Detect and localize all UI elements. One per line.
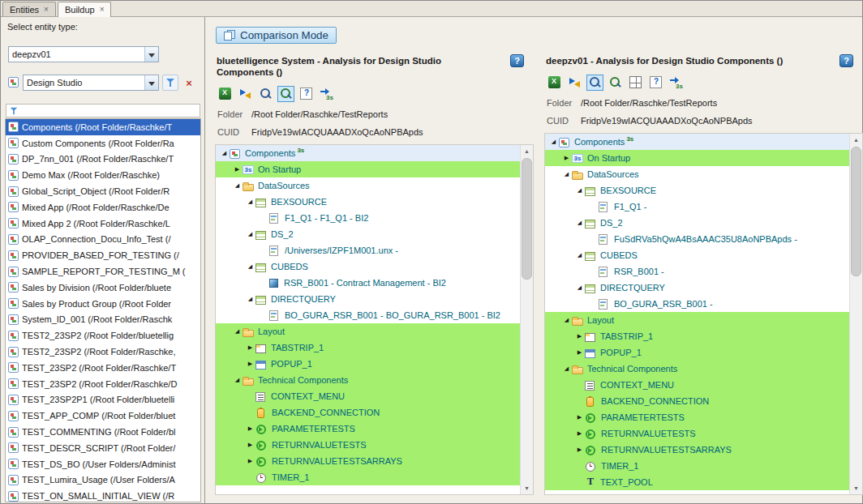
list-item[interactable]: TEST_APP_COMP (/Root Folder/bluet [6, 408, 200, 424]
expand-arrow-icon[interactable]: ▶ [245, 344, 255, 351]
tab-entities[interactable]: Entities× [2, 2, 56, 16]
tree-row[interactable]: ◢Technical Components [545, 361, 849, 377]
tree-row[interactable]: ◢DataSources [216, 177, 520, 194]
list-item[interactable]: TEST_Lumira_Usage (/User Folders/A [6, 472, 200, 489]
tree-row[interactable]: RSR_B001 - [545, 263, 849, 280]
tree-row[interactable]: ◢DIRECTQUERY [216, 291, 520, 307]
expand-arrow-icon[interactable]: ▶ [245, 442, 255, 448]
expand-arrow-icon[interactable]: ◢ [574, 187, 585, 194]
tree-row[interactable]: ▶TABSTRIP_1 [216, 340, 520, 356]
help-button[interactable]: ? [510, 54, 524, 67]
list-item[interactable]: TEST_COMMENTING (/Root Folder/bl [6, 424, 200, 440]
tree-row[interactable]: F1_Q1 - F1_Q1 - BI2 [216, 210, 520, 226]
tree-row[interactable]: ▶RETURNVALUETESTSARRAYS [216, 453, 520, 469]
tree-row[interactable]: ◢Layout [216, 323, 520, 340]
tree-row[interactable]: ◢DS_2 [216, 226, 520, 242]
list-item[interactable]: Demo Max (/Root Folder/Raschke) [6, 167, 200, 183]
expand-arrow-icon[interactable]: ◢ [574, 252, 585, 258]
list-item[interactable]: TEST_ON_SMALL_INITIAL_VIEW (/R [6, 488, 200, 502]
tree-row[interactable]: ▶PARAMETERTESTS [216, 421, 520, 437]
tree-row[interactable]: ▶RETURNVALUETESTSARRAYS [545, 442, 849, 458]
list-item[interactable]: TEST_DESCR_SCRIPT (/Root Folder/ [6, 440, 200, 456]
excel-export-button[interactable] [546, 75, 563, 91]
expand-arrow-icon[interactable]: ▶ [574, 333, 585, 340]
tree-row[interactable]: CONTEXT_MENU [216, 388, 520, 404]
list-item[interactable]: Components (/Root Folder/Raschke/T [6, 119, 200, 135]
expand-arrow-icon[interactable]: ◢ [245, 263, 255, 270]
tree-row[interactable]: ◢DataSources [545, 166, 849, 182]
expand-arrow-icon[interactable]: ▶ [232, 166, 243, 173]
tree-row[interactable]: TEXT_POOL [545, 474, 849, 490]
tree-row[interactable]: ◢Layout [545, 312, 849, 328]
refresh-3s-button[interactable]: 3s [668, 75, 685, 91]
tree-row[interactable]: ◢CUBEDS [545, 247, 849, 263]
grid-button[interactable] [627, 75, 644, 91]
list-item[interactable]: TEST_23SP2 (/Root Folder/Raschke/D [6, 376, 200, 392]
tree-row[interactable]: BO_GURA_RSR_B001 - [545, 296, 849, 312]
tree-row[interactable]: BACKEND_CONNECTION [216, 404, 520, 421]
expand-arrow-icon[interactable]: ▶ [574, 349, 585, 356]
scrollbar[interactable]: ▲ ▼ [520, 145, 533, 494]
tree-row[interactable]: BACKEND_CONNECTION [545, 393, 849, 409]
tree-row[interactable]: CONTEXT_MENU [545, 377, 849, 393]
expand-arrow-icon[interactable]: ◢ [548, 139, 559, 145]
excel-export-button[interactable] [217, 86, 234, 102]
expand-arrow-icon[interactable]: ▶ [574, 430, 585, 437]
expand-arrow-icon[interactable]: ▶ [245, 425, 255, 432]
grid-filter-row[interactable] [6, 104, 200, 117]
list-item[interactable]: OLAP_Connection_Docu_Info_Test (/ [6, 232, 200, 248]
tree-row[interactable]: ▶RETURNVALUETESTS [545, 425, 849, 442]
expand-arrow-icon[interactable]: ◢ [245, 231, 255, 237]
expand-arrow-icon[interactable]: ▶ [574, 446, 585, 453]
scroll-up-icon[interactable]: ▲ [521, 145, 533, 157]
list-item[interactable]: Mixed App 2 (/Root Folder/Raschke/L [6, 216, 200, 232]
chevron-down-icon[interactable] [144, 75, 158, 90]
list-item[interactable]: TEST_23SP2 (/Root Folder/Raschke/T [6, 360, 200, 376]
tab-close-icon[interactable]: × [44, 6, 49, 14]
expand-arrow-icon[interactable]: ◢ [219, 150, 230, 156]
tab-buildup[interactable]: Buildup× [58, 2, 112, 17]
help-doc-button[interactable] [647, 75, 664, 91]
expand-arrow-icon[interactable]: ▶ [245, 458, 255, 464]
tab-close-icon[interactable]: × [100, 6, 105, 14]
expand-arrow-icon[interactable]: ◢ [245, 199, 255, 205]
transfer-button[interactable] [566, 75, 583, 91]
expand-arrow-icon[interactable]: ◢ [561, 171, 572, 177]
list-item[interactable]: TEST_DS_BO (/User Folders/Administ [6, 456, 200, 472]
scrollbar[interactable]: ▲ ▼ [849, 134, 862, 494]
list-item[interactable]: Mixed App (/Root Folder/Raschke/De [6, 199, 200, 216]
tree-row[interactable]: ◢BEXSOURCE [545, 182, 849, 199]
scroll-thumb[interactable] [851, 147, 861, 276]
tree-row[interactable]: ◢Components3s [216, 145, 520, 161]
list-item[interactable]: SAMPLE_REPORT_FOR_TESTING_M ( [6, 263, 200, 280]
tree-row[interactable]: F1_Q1 - [545, 199, 849, 215]
zoom-button[interactable] [257, 86, 274, 102]
expand-arrow-icon[interactable]: ◢ [232, 328, 243, 335]
list-item[interactable]: Sales by Product Group (/Root Folder [6, 296, 200, 312]
expand-arrow-icon[interactable]: ▶ [245, 361, 255, 367]
tree-row[interactable]: /Universes/IZPF1M001.unx - [216, 242, 520, 258]
list-item[interactable]: Custom Components (/Root Folder/Ra [6, 135, 200, 152]
comparison-mode-button[interactable]: Comparison Mode [216, 27, 337, 44]
expand-arrow-icon[interactable]: ◢ [232, 377, 243, 383]
zoom-button[interactable] [586, 75, 603, 91]
tree-row[interactable]: ◢DIRECTQUERY [545, 280, 849, 296]
expand-arrow-icon[interactable]: ▶ [574, 414, 585, 421]
system-combobox[interactable]: deepzv01 [8, 46, 159, 62]
scroll-down-icon[interactable]: ▼ [521, 482, 533, 494]
expand-arrow-icon[interactable]: ◢ [574, 220, 585, 226]
list-item[interactable]: TEST_23SP2P1 (/Root Folder/bluetelli [6, 392, 200, 408]
expand-arrow-icon[interactable]: ◢ [232, 182, 243, 189]
tree-row[interactable]: FuSdRVa5hQwA4BsAAAC35U8AoNPBApds - [545, 231, 849, 247]
list-item[interactable]: TEST2_23SP2 (/Root Folder/Raschke, [6, 344, 200, 360]
tree-row[interactable]: ◢BEXSOURCE [216, 194, 520, 210]
expand-arrow-icon[interactable]: ◢ [574, 284, 585, 291]
tree-row[interactable]: ◢Technical Components [216, 372, 520, 388]
help-button[interactable]: ? [839, 54, 853, 67]
scroll-down-icon[interactable]: ▼ [850, 482, 862, 494]
expand-arrow-icon[interactable]: ◢ [561, 317, 572, 323]
tree-row[interactable]: ◢Components3s [545, 134, 849, 150]
clear-filter-button[interactable]: × [181, 75, 197, 91]
entity-type-combobox[interactable]: Design Studio [23, 75, 159, 91]
expand-arrow-icon[interactable]: ▶ [561, 155, 572, 161]
